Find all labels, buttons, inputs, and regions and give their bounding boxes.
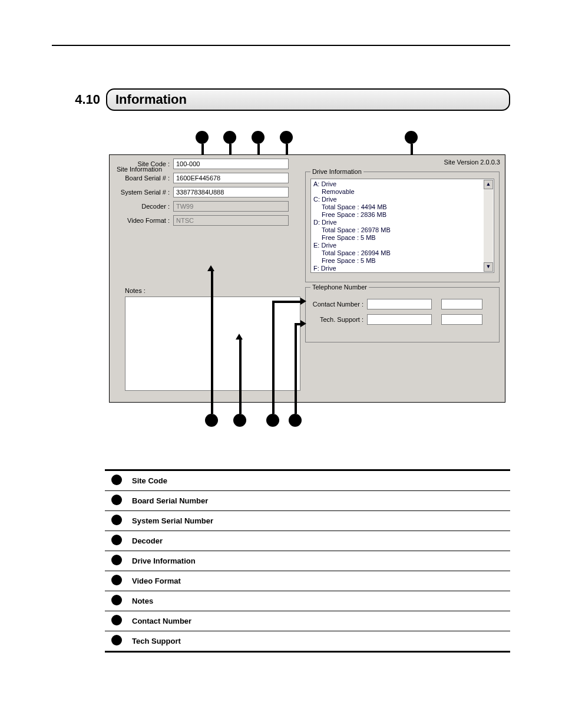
site-code-input[interactable] [173, 159, 289, 169]
tech-support-input-1[interactable] [367, 314, 432, 325]
legend-dot-icon [111, 555, 122, 565]
drive-line: Total Space : 4494 MB [313, 203, 491, 211]
information-dialog: Site Version 2.0.0.3 Site Information Si… [109, 154, 505, 403]
legend-row-label: Site Code [128, 470, 510, 491]
arrow-right-icon [300, 298, 306, 305]
scroll-track[interactable] [484, 189, 493, 262]
legend-row-label: Contact Number [128, 611, 510, 631]
video-format-input [173, 215, 289, 226]
system-serial-label: System Serial # : [110, 189, 173, 196]
callout-dot-9 [289, 414, 302, 427]
legend-row-label: Decoder [128, 531, 510, 551]
drive-line: Total Space : 26994 MB [313, 272, 491, 273]
callout-line [272, 301, 275, 414]
legend-dot-icon [111, 575, 122, 585]
arrow-up-icon [236, 334, 243, 340]
callout-line [272, 301, 302, 303]
callout-line [295, 323, 297, 414]
drive-line: Removable [313, 188, 491, 196]
legend-table: Site Code Board Serial Number System Ser… [105, 469, 510, 653]
legend-row-label: Notes [128, 591, 510, 611]
arrow-up-icon [207, 265, 214, 271]
legend-dot-icon [111, 535, 122, 545]
callout-dot-6 [205, 414, 218, 427]
contact-number-label: Contact Number : [310, 301, 367, 308]
legend-dot-icon [111, 635, 122, 645]
drive-line: Free Space : 5 MB [313, 234, 491, 242]
site-information-legend: Site Information [117, 166, 162, 173]
scroll-down-button[interactable]: ▼ [484, 262, 493, 272]
legend-dot-icon [111, 475, 122, 485]
system-serial-input[interactable] [173, 187, 289, 197]
callout-line [211, 271, 213, 414]
site-version-label: Site Version 2.0.0.3 [444, 159, 500, 166]
drive-line: E: Drive [313, 242, 491, 249]
tech-support-label: Tech. Support : [310, 316, 367, 323]
scroll-up-button[interactable]: ▲ [484, 180, 493, 189]
decoder-input [173, 201, 289, 212]
contact-number-input-2[interactable] [441, 299, 482, 309]
callout-dot-7 [233, 414, 246, 427]
contact-number-input-1[interactable] [367, 299, 432, 309]
section-header: 4.10 Information [52, 88, 510, 111]
callout-dot-4 [280, 131, 293, 144]
drive-line: F: Drive [313, 265, 491, 272]
page-top-rule [52, 45, 510, 46]
legend-row-label: System Serial Number [128, 511, 510, 531]
legend-row-label: Drive Information [128, 551, 510, 571]
callout-dot-8 [266, 414, 279, 427]
drive-list[interactable]: A: Drive Removable C: Drive Total Space … [310, 179, 494, 273]
decoder-label: Decoder : [110, 203, 173, 210]
drive-line: Free Space : 2836 MB [313, 211, 491, 219]
legend-dot-icon [111, 615, 122, 625]
callout-dot-1 [196, 131, 209, 144]
notes-label: Notes : [125, 287, 146, 294]
drive-line: D: Drive [313, 219, 491, 226]
tech-support-input-2[interactable] [441, 314, 482, 325]
section-number: 4.10 [52, 92, 106, 107]
drive-line: Total Space : 26994 MB [313, 249, 491, 257]
arrow-right-icon [300, 320, 306, 327]
callout-dot-5 [405, 131, 418, 144]
legend-row-label: Board Serial Number [128, 491, 510, 511]
board-serial-label: Board Serial # : [110, 174, 173, 182]
video-format-label: Video Format : [110, 217, 173, 224]
legend-dot-icon [111, 595, 122, 605]
legend-dot-icon [111, 495, 122, 505]
drive-line: Total Space : 26978 MB [313, 226, 491, 234]
legend-row-label: Tech Support [128, 631, 510, 652]
drive-information-group: Drive Information A: Drive Removable C: … [305, 168, 500, 282]
legend-row-label: Video Format [128, 571, 510, 591]
callout-dot-3 [252, 131, 265, 144]
telephone-legend: Telephone Number [310, 284, 369, 291]
callout-dot-2 [223, 131, 236, 144]
callout-line [239, 340, 242, 414]
telephone-number-group: Telephone Number Contact Number : Tech. … [305, 284, 500, 342]
drive-line: Free Space : 5 MB [313, 257, 491, 265]
drive-line: A: Drive [313, 180, 491, 188]
legend-dot-icon [111, 515, 122, 525]
board-serial-input[interactable] [173, 173, 289, 183]
section-title: Information [106, 88, 510, 111]
drive-line: C: Drive [313, 196, 491, 203]
drive-information-legend: Drive Information [310, 168, 363, 175]
site-information-group: Site Code : Board Serial # : System Seri… [110, 159, 300, 276]
